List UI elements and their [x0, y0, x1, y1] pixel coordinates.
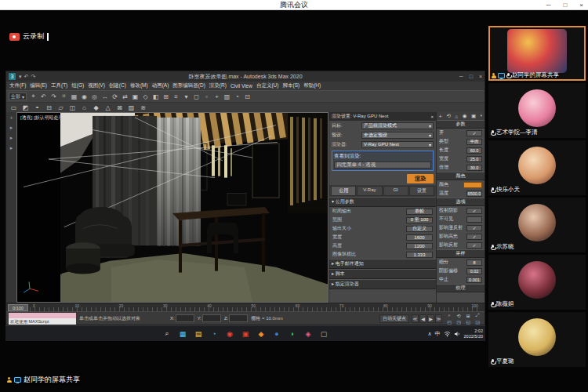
toolbar-icon[interactable]: ◓ — [32, 103, 42, 112]
rollout-header-collapsed[interactable]: ▸ 电子邮件通知 — [329, 259, 436, 269]
toolbar-icon[interactable]: ⊠ — [114, 103, 125, 112]
render-dialog-tab[interactable]: V-Ray — [357, 186, 382, 196]
listener-macro-row[interactable] — [9, 313, 76, 318]
participant-tile[interactable]: 陈薇妲 — [488, 255, 586, 310]
command-panel-row[interactable]: 颜色 — [437, 180, 485, 189]
command-panel-row[interactable]: 中止 0.001 — [437, 275, 485, 284]
command-panel-row[interactable]: 参数 — [437, 120, 485, 129]
render-dialog-tab[interactable]: 公用 — [331, 186, 356, 196]
render-param-row[interactable]: 范围 0 至 100 — [329, 216, 436, 224]
menu-item[interactable]: 创建(C) — [109, 82, 126, 89]
command-panel-row[interactable]: 宽度 25.0 — [437, 154, 485, 163]
y-input[interactable] — [202, 314, 221, 322]
command-panel-row[interactable]: 细分 8 — [437, 258, 485, 267]
render-param-row[interactable]: 时间输出 单帧 — [329, 207, 436, 216]
render-dialog-tab[interactable]: GI — [383, 186, 408, 196]
auto-key-button[interactable]: 自动关键点 — [379, 314, 409, 323]
command-panel-tab-icon[interactable]: * — [481, 114, 483, 119]
viewport-nav-icon[interactable]: ◳ — [454, 318, 463, 325]
toolbar-icon[interactable]: ▭ — [9, 103, 19, 112]
playback-icon[interactable]: ≪ — [412, 314, 419, 323]
toolbar-icon[interactable]: ▨ — [126, 103, 136, 112]
menu-item[interactable]: 工具(T) — [51, 82, 67, 89]
viewport-nav-icon[interactable]: ⌕ — [445, 312, 454, 318]
toolbar-icon[interactable]: ◉ — [79, 92, 89, 101]
taskbar-clock[interactable]: 2:02 2022/5/20 — [464, 328, 483, 339]
viewport-nav-icon[interactable]: ◰ — [445, 318, 454, 325]
toolbar-icon[interactable]: ◇ — [140, 92, 151, 101]
app-gray-icon[interactable]: ▢ — [319, 328, 329, 339]
maximize-button[interactable]: □ — [563, 2, 567, 9]
toolbar-icon[interactable]: ⊡ — [242, 92, 252, 101]
3dsmax-minimize-button[interactable]: ─ — [459, 74, 463, 79]
viewport[interactable]: [透视] [默认明暗处理] — [16, 112, 328, 303]
strip-icon[interactable]: ▸ — [10, 135, 13, 141]
command-panel-row[interactable]: 温度 6500.0 — [437, 189, 485, 198]
command-panel-row[interactable]: 长度 60.0 — [437, 146, 485, 154]
menu-item[interactable]: 修改(M) — [130, 82, 148, 89]
viewport-nav-icon[interactable]: ⊞ — [463, 312, 473, 318]
strip-icon[interactable]: ▸ — [10, 125, 13, 131]
toolbar-icon[interactable]: ⌖ — [28, 92, 38, 101]
toolbar-icon[interactable]: ↔ — [100, 92, 110, 101]
toolbar-icon[interactable]: ◫ — [67, 103, 78, 112]
time-slider[interactable]: 0/100 — [8, 304, 28, 311]
z-input[interactable] — [229, 314, 248, 322]
toolbar-icon[interactable]: ↶ — [38, 92, 49, 101]
render-param-row[interactable]: 图像纵横比 1.333 — [329, 250, 436, 259]
tray-chevron-icon[interactable]: ∧ — [427, 331, 431, 337]
viewport-nav-icon[interactable]: ⟲ — [454, 312, 463, 318]
menu-item[interactable]: 帮助(H) — [303, 82, 321, 89]
viewport-nav-icon[interactable]: ◱ — [463, 318, 473, 325]
menu-item[interactable]: 视图(V) — [88, 82, 105, 89]
command-panel-tab-icon[interactable]: + — [439, 114, 442, 119]
command-panel-tab-icon[interactable]: ⟲ — [446, 113, 450, 119]
command-panel-row[interactable]: 影响高光 ✓ — [437, 232, 485, 241]
render-setup-dialog[interactable]: 渲染设置: V-Ray GPU Next × 目标: 产品级渲染模式▾ 预设: … — [328, 112, 436, 303]
toolbar-icon[interactable]: ▣ — [130, 92, 140, 101]
view-to-render-value[interactable]: 四元菜单 4 - 透视 — [334, 162, 431, 169]
render-param-row[interactable]: 输出大小 自定义 — [329, 224, 436, 233]
wechat-icon[interactable]: ◗ — [288, 328, 298, 339]
command-panel-row[interactable]: 纹理 — [437, 284, 485, 292]
selection-filter-dropdown[interactable]: 全部▾ — [9, 93, 27, 100]
file-explorer-icon[interactable]: ▤ — [194, 328, 204, 339]
toolbar-icon[interactable]: ▾ — [181, 92, 191, 101]
3dsmax-close-button[interactable]: × — [479, 74, 482, 79]
3dsmax-maximize-button[interactable]: □ — [470, 74, 473, 79]
toolbar-icon[interactable]: ◎ — [89, 92, 100, 101]
command-panel-row[interactable]: 颜色 — [437, 172, 485, 180]
menu-item[interactable]: 文件(F) — [9, 82, 26, 89]
toolbar-icon[interactable]: ◩ — [20, 103, 31, 112]
playback-icon[interactable]: ≫ — [435, 314, 442, 323]
command-panel-row[interactable]: 影响反射 ✓ — [437, 241, 485, 249]
toolbar-icon[interactable]: ⌗ — [59, 92, 69, 101]
rollout-header-collapsed[interactable]: ▸ 脚本 — [329, 269, 436, 279]
quick-access-icon[interactable]: ▾ — [19, 74, 22, 80]
rollout-header[interactable]: ▾ 公用参数 — [329, 197, 436, 207]
menu-item[interactable]: 渲染(R) — [209, 82, 227, 89]
command-panel[interactable]: +⟲⌂◉▣* 参数 开 ✓ — [436, 112, 485, 303]
toolbar-icon[interactable]: ◆ — [91, 103, 101, 112]
participant-tile[interactable]: 示苏晓 — [488, 198, 586, 252]
3dsmax-window[interactable]: 3 ▾↶↷ 卧室夜景效果图.max - Autodesk 3ds Max 202… — [5, 71, 485, 325]
command-panel-row[interactable]: 类型 平面 — [437, 137, 485, 146]
viewport-label[interactable]: [透视] [默认明暗处理] — [20, 114, 64, 122]
app-blue-icon[interactable]: ● — [272, 328, 282, 339]
command-panel-tab-icon[interactable]: ◉ — [463, 113, 467, 119]
toolbar-icon[interactable]: ⇄ — [120, 92, 130, 101]
render-setting-row[interactable]: 目标: 产品级渲染模式▾ — [329, 121, 436, 130]
menu-item[interactable]: 图形编辑器(D) — [172, 82, 205, 89]
close-button[interactable]: × — [579, 2, 583, 9]
toolbar-icon[interactable]: + — [212, 92, 222, 101]
toolbar-icon[interactable]: ↷ — [49, 92, 59, 101]
wifi-icon[interactable] — [444, 331, 451, 337]
toolbar-icon[interactable]: ⟳ — [110, 92, 120, 101]
strip-icon[interactable]: + — [9, 115, 13, 121]
render-button[interactable]: 渲染 — [407, 174, 434, 183]
minimize-button[interactable]: ─ — [546, 2, 551, 9]
edge-icon[interactable]: ◔ — [209, 328, 220, 339]
toolbar-icon[interactable]: ◔ — [232, 92, 242, 101]
toolbar-icon[interactable]: ▥ — [222, 92, 232, 101]
rollout-header-collapsed[interactable]: ▸ 指定渲染器 — [329, 279, 436, 289]
